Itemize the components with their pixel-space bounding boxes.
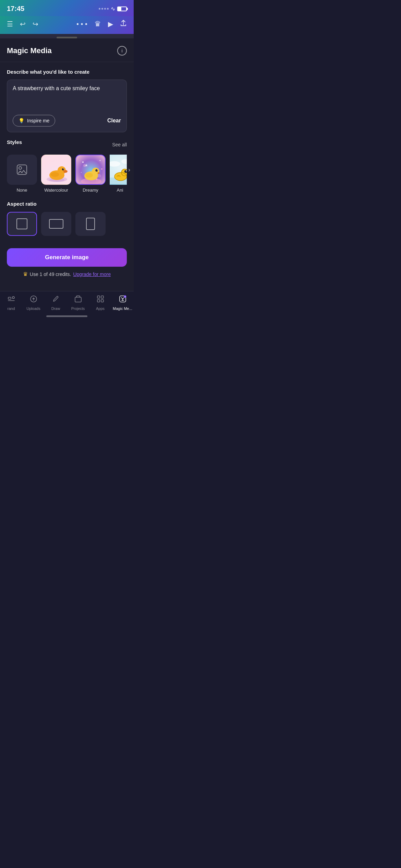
aspect-portrait-icon: [86, 218, 95, 230]
aspect-item-landscape[interactable]: [41, 212, 71, 236]
see-all-button[interactable]: See all: [112, 142, 127, 147]
svg-point-8: [62, 168, 64, 170]
menu-icon[interactable]: ☰: [7, 20, 13, 28]
svg-point-14: [81, 172, 82, 173]
clear-button[interactable]: Clear: [107, 118, 121, 124]
svg-point-1: [19, 167, 22, 169]
nav-projects-label: Projects: [71, 306, 85, 311]
svg-point-17: [83, 164, 86, 167]
styles-scroll-chevron[interactable]: ›: [128, 166, 130, 173]
style-item-ani[interactable]: Ani: [110, 155, 127, 193]
drag-handle-area: [0, 34, 134, 38]
styles-header: Styles See all: [7, 139, 127, 150]
svg-point-18: [98, 174, 101, 178]
style-item-watercolour[interactable]: Watercolour: [41, 155, 71, 193]
svg-point-23: [97, 170, 97, 170]
nav-item-brand[interactable]: rand: [1, 295, 22, 311]
share-icon[interactable]: [120, 20, 127, 28]
aspect-box-portrait: [75, 212, 106, 236]
nav-brand-label: rand: [7, 306, 15, 311]
status-icons: ∿: [99, 5, 127, 12]
undo-icon[interactable]: ↩: [20, 20, 26, 28]
status-time: 17:45: [7, 5, 24, 13]
info-icon: i: [121, 48, 122, 53]
svg-rect-40: [101, 296, 104, 298]
home-indicator: [0, 313, 134, 321]
style-item-none[interactable]: None: [7, 155, 37, 193]
content-area: Describe what you'd like to create 💡 Ins…: [0, 62, 134, 291]
credits-text: Use 1 of 49 credits.: [30, 272, 71, 277]
redo-icon[interactable]: ↪: [33, 20, 38, 28]
nav-apps-label: Apps: [96, 306, 105, 311]
play-icon[interactable]: ▶: [108, 20, 113, 28]
signal-icon: [99, 8, 109, 10]
toolbar-left: ☰ ↩ ↪: [7, 20, 38, 28]
styles-label: Styles: [7, 139, 22, 145]
svg-point-15: [101, 168, 102, 170]
aspect-landscape-icon: [49, 219, 63, 229]
style-label-dreamy: Dreamy: [83, 188, 98, 193]
nav-brand-icon: [7, 295, 15, 305]
svg-rect-39: [97, 296, 100, 298]
upgrade-link[interactable]: Upgrade for more: [73, 272, 111, 277]
toolbar: ☰ ↩ ↪ • • • ♛ ▶: [0, 16, 134, 34]
aspect-box-landscape: [41, 212, 71, 236]
nav-item-apps[interactable]: Apps: [90, 295, 111, 311]
crown-icon[interactable]: ♛: [94, 20, 101, 28]
inspire-label: Inspire me: [27, 118, 49, 123]
style-dreamy-image: [75, 155, 106, 185]
svg-rect-35: [8, 297, 11, 299]
style-watercolour-image: [41, 155, 71, 185]
style-label-watercolour: Watercolour: [44, 188, 68, 193]
aspect-item-square[interactable]: [7, 212, 37, 236]
main-panel: Magic Media i Describe what you'd like t…: [0, 38, 134, 291]
credits-row: ♛ Use 1 of 49 credits. Upgrade for more: [7, 271, 127, 277]
aspect-box-square: [7, 212, 37, 236]
generate-button[interactable]: Generate image: [7, 248, 127, 267]
prompt-input[interactable]: [13, 85, 121, 109]
styles-wrapper: None: [7, 155, 127, 193]
aspect-item-portrait[interactable]: [75, 212, 106, 236]
aspect-square-icon: [16, 218, 27, 229]
aspect-grid: [7, 212, 127, 236]
toolbar-right: • • • ♛ ▶: [76, 20, 127, 28]
svg-point-22: [96, 169, 98, 172]
svg-point-36: [12, 297, 14, 299]
svg-rect-42: [101, 300, 104, 302]
bottom-nav: rand Uploads Draw Projects: [0, 291, 134, 313]
svg-point-7: [63, 170, 68, 173]
svg-point-21: [92, 168, 99, 175]
text-input-actions: 💡 Inspire me Clear: [13, 115, 121, 126]
home-bar: [46, 315, 87, 317]
style-item-dreamy[interactable]: Dreamy: [75, 155, 106, 193]
svg-point-34: [126, 170, 127, 171]
svg-point-12: [82, 161, 84, 163]
svg-point-9: [63, 169, 64, 169]
text-input-area: 💡 Inspire me Clear: [7, 80, 127, 132]
svg-point-24: [85, 173, 93, 178]
info-button[interactable]: i: [117, 46, 127, 56]
style-none-image: [7, 155, 37, 185]
nav-magic-label: Magic Me...: [113, 306, 132, 311]
nav-item-magic[interactable]: Magic Me...: [112, 295, 133, 311]
panel-title: Magic Media: [7, 46, 52, 55]
battery-icon: [117, 7, 127, 11]
svg-rect-41: [97, 300, 100, 302]
aspect-ratio-label: Aspect ratio: [7, 201, 37, 207]
describe-label: Describe what you'd like to create: [7, 69, 127, 75]
status-bar: 17:45 ∿: [0, 0, 134, 16]
style-label-none: None: [16, 188, 27, 193]
inspire-button[interactable]: 💡 Inspire me: [13, 115, 55, 126]
nav-item-projects[interactable]: Projects: [68, 295, 88, 311]
drag-handle: [57, 37, 77, 38]
nav-uploads-label: Uploads: [26, 306, 40, 311]
nav-item-draw[interactable]: Draw: [46, 295, 66, 311]
more-icon[interactable]: • • •: [76, 20, 87, 28]
nav-item-uploads[interactable]: Uploads: [23, 295, 44, 311]
credits-crown-icon: ♛: [23, 271, 28, 277]
nav-uploads-icon: [29, 295, 38, 305]
wifi-icon: ∿: [111, 5, 115, 12]
nav-draw-icon: [52, 295, 60, 305]
aspect-section: Aspect ratio: [7, 201, 127, 236]
style-label-ani: Ani: [117, 188, 123, 193]
